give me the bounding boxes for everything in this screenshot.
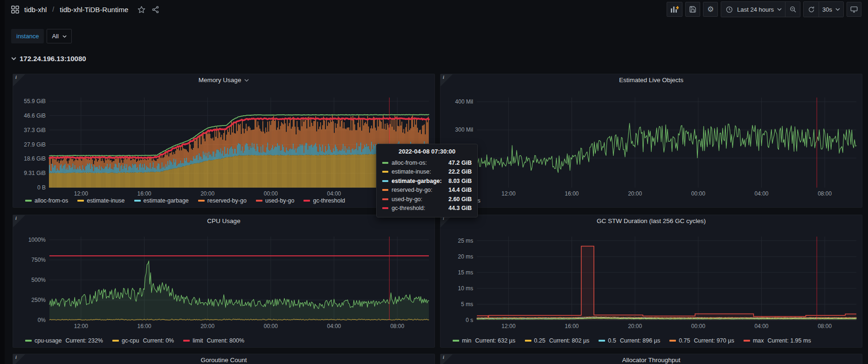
add-panel-button[interactable] — [667, 2, 682, 17]
zoom-out-button[interactable] — [785, 2, 800, 17]
legend-item[interactable]: reserved-by-go — [198, 197, 247, 204]
chart-canvas[interactable]: 12:0016:0020:0000:0004:0008:00400 Mil300… — [441, 74, 863, 208]
svg-text:20:00: 20:00 — [200, 323, 214, 329]
svg-text:20:00: 20:00 — [628, 323, 642, 329]
tooltip-series-row: gc-threshold:44.3 GiB — [382, 204, 472, 213]
svg-text:10 ms: 10 ms — [458, 285, 473, 292]
panel-cpu-usage: iCPU Usage12:0016:0020:0000:0004:0008:00… — [13, 215, 435, 348]
legend-item[interactable]: 0.75Current: 970 µs — [669, 337, 734, 344]
tooltip-series-row: reserved-by-go:14.4 GiB — [382, 186, 472, 195]
legend-item[interactable]: minCurrent: 632 µs — [453, 337, 516, 344]
legend-item[interactable]: estimate-inuse — [77, 197, 124, 204]
panel-estimated-live-objects: iEstimated Live Objects12:0016:0020:0000… — [440, 74, 862, 208]
sidebar-edge — [0, 0, 5, 364]
panel-title[interactable]: CPU Usage — [13, 217, 434, 224]
panel-title[interactable]: Estimated Live Objects — [441, 77, 862, 84]
variable-label-instance[interactable]: instance — [11, 29, 44, 43]
star-icon[interactable] — [137, 5, 146, 14]
svg-text:04:00: 04:00 — [754, 190, 768, 197]
svg-text:04:00: 04:00 — [754, 323, 768, 329]
panel-title[interactable]: Memory Usage — [13, 77, 434, 84]
svg-text:12:00: 12:00 — [74, 190, 88, 197]
time-range-picker[interactable]: Last 24 hours — [721, 2, 785, 17]
save-dashboard-button[interactable] — [685, 2, 700, 17]
svg-text:55.9 GiB: 55.9 GiB — [24, 98, 46, 105]
refresh-icon — [808, 6, 815, 13]
refresh-button[interactable] — [804, 2, 819, 17]
legend-item[interactable]: cpu-usageCurrent: 232% — [25, 337, 103, 344]
legend-item[interactable]: 0.5Current: 896 µs — [599, 337, 660, 344]
svg-text:0 s: 0 s — [466, 317, 473, 323]
share-icon[interactable] — [151, 5, 160, 14]
chart-canvas[interactable]: 12:0016:0020:0000:0004:0008:001000%750%5… — [13, 215, 435, 348]
chart-canvas[interactable]: 12:0016:0020:0000:0004:0008:0055.9 GiB46… — [13, 74, 435, 208]
svg-text:00:00: 00:00 — [691, 323, 705, 329]
breadcrumb-folder[interactable]: tidb-xhl — [24, 6, 47, 14]
legend-item[interactable]: maxCurrent: 1.95 ms — [744, 337, 811, 344]
legend-item[interactable]: 0.25Current: 802 µs — [525, 337, 590, 344]
tv-mode-button[interactable] — [847, 2, 861, 17]
svg-text:08:00: 08:00 — [818, 323, 832, 329]
svg-text:16:00: 16:00 — [137, 190, 151, 197]
refresh-group: 30s — [803, 1, 844, 17]
gear-icon: ⚙ — [707, 6, 714, 13]
svg-text:08:00: 08:00 — [390, 323, 404, 329]
svg-text:04:00: 04:00 — [327, 190, 341, 197]
svg-text:15 ms: 15 ms — [458, 269, 473, 276]
panel-title[interactable]: GC STW Duration (last 256 GC cycles) — [441, 217, 862, 224]
panel-goroutine-count: iGoroutine Count — [13, 354, 435, 364]
svg-text:27.9 GiB: 27.9 GiB — [24, 141, 46, 148]
legend-item[interactable]: gc-cpuCurrent: 0% — [112, 337, 174, 344]
chevron-down-icon — [777, 8, 782, 11]
svg-text:16:00: 16:00 — [565, 323, 579, 329]
row-title: 172.24.196.13:10080 — [20, 55, 86, 63]
svg-text:1000%: 1000% — [28, 237, 46, 243]
legend-item[interactable]: estimate-garbage — [134, 197, 189, 204]
breadcrumb-dashboard[interactable]: tidb-xhl-TiDB-Runtime — [60, 6, 128, 14]
panel-memory-usage: iMemory Usage 12:0016:0020:0000:0004:000… — [13, 74, 435, 208]
svg-text:750%: 750% — [31, 257, 46, 263]
breadcrumb-separator: / — [51, 6, 55, 13]
panel-title[interactable]: Allocator Throughput — [441, 357, 862, 364]
dashboard-row-toggle[interactable]: 172.24.196.13:10080 — [11, 55, 86, 63]
svg-text:18.6 GiB: 18.6 GiB — [24, 155, 46, 162]
svg-text:500%: 500% — [31, 277, 46, 283]
refresh-interval-picker[interactable]: 30s — [819, 2, 843, 17]
clock-icon — [724, 5, 734, 14]
svg-text:16:00: 16:00 — [565, 190, 579, 197]
monitor-icon — [850, 6, 858, 13]
svg-text:400 Mil: 400 Mil — [455, 98, 473, 105]
time-range-label: Last 24 hours — [737, 6, 774, 13]
panel-allocator-throughput: iAllocator Throughput — [440, 354, 862, 364]
chevron-down-icon — [835, 8, 840, 11]
legend-item[interactable]: gc-threshold — [303, 197, 345, 204]
tooltip-series-row: estimate-inuse:22.2 GiB — [382, 168, 472, 177]
variable-value-dropdown[interactable]: All — [47, 29, 71, 43]
svg-text:37.3 GiB: 37.3 GiB — [24, 127, 46, 133]
dashboard-settings-button[interactable]: ⚙ — [703, 2, 718, 17]
legend-item[interactable]: alloc-from-os — [25, 197, 68, 204]
panel-legend: alloc-from-osestimate-inuseestimate-garb… — [25, 197, 345, 204]
panel-legend: cpu-usageCurrent: 232%gc-cpuCurrent: 0%l… — [25, 337, 244, 344]
svg-text:20:00: 20:00 — [628, 190, 642, 197]
svg-text:00:00: 00:00 — [264, 323, 278, 329]
svg-text:20 ms: 20 ms — [458, 253, 473, 260]
svg-text:12:00: 12:00 — [502, 190, 516, 197]
legend-item[interactable]: limitCurrent: 800% — [183, 337, 244, 344]
chevron-down-icon — [62, 35, 67, 38]
panel-title[interactable]: Goroutine Count — [13, 357, 434, 364]
tooltip-series-row: alloc-from-os:47.2 GiB — [382, 158, 472, 168]
legend-item[interactable]: used-by-go — [256, 197, 295, 204]
chart-canvas[interactable]: 12:0016:0020:0000:0004:0008:0025 ms20 ms… — [441, 215, 863, 348]
chevron-down-icon — [11, 57, 16, 60]
svg-text:00:00: 00:00 — [691, 190, 705, 197]
svg-text:20:00: 20:00 — [200, 190, 214, 197]
panel-legend: minCurrent: 632 µs0.25Current: 802 µs0.5… — [453, 337, 811, 344]
svg-text:25 ms: 25 ms — [458, 238, 473, 244]
svg-text:12:00: 12:00 — [74, 323, 88, 329]
svg-text:0%: 0% — [38, 317, 46, 323]
svg-text:12:00: 12:00 — [502, 323, 516, 329]
tooltip-series-row: used-by-go:2.60 GiB — [382, 195, 472, 204]
dashboards-grid-icon[interactable] — [10, 5, 20, 14]
tooltip-timestamp: 2022-04-08 07:30:00 — [382, 148, 472, 155]
